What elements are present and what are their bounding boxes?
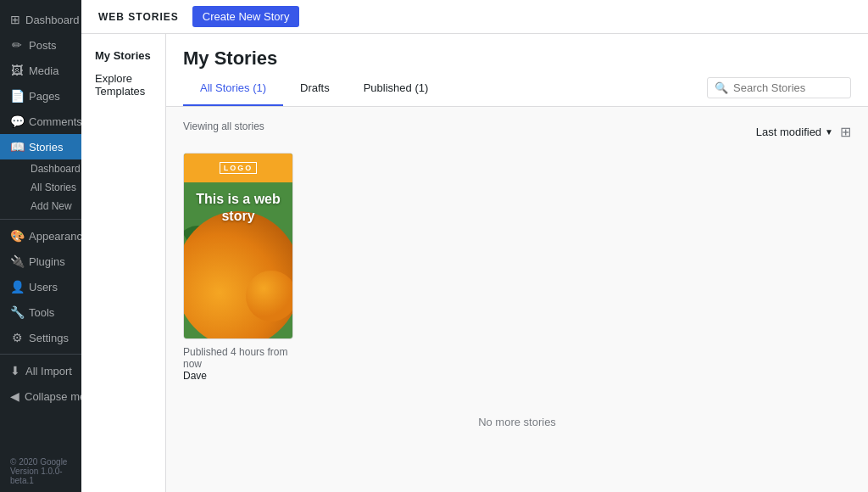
story-visual-header: LOGO <box>184 154 292 182</box>
sidebar-item-all-import[interactable]: ⬇ All Import <box>0 358 81 383</box>
story-author: Dave <box>183 370 293 382</box>
collapse-icon: ◀ <box>10 389 19 403</box>
left-panel: My Stories Explore Templates <box>81 34 166 492</box>
tab-bar: All Stories (1) Drafts Published (1) 🔍 <box>166 70 868 107</box>
settings-icon: ⚙ <box>10 331 24 344</box>
viewing-label: Viewing all stories <box>183 120 264 132</box>
left-panel-explore-templates[interactable]: Explore Templates <box>81 67 165 103</box>
content-area: My Stories Explore Templates My Stories … <box>81 34 868 492</box>
page-title: My Stories <box>183 48 851 70</box>
chevron-down-icon: ▼ <box>825 127 833 137</box>
story-meta: Published 4 hours from now Dave <box>183 346 293 382</box>
sidebar-item-tools[interactable]: 🔧 Tools <box>0 299 81 325</box>
stories-submenu-all[interactable]: All Stories <box>24 178 81 197</box>
stories-submenu: Dashboard All Stories Add New <box>0 159 81 215</box>
sidebar-item-plugins[interactable]: 🔌 Plugins <box>0 249 81 274</box>
users-icon: 👤 <box>10 280 24 294</box>
page-title-area: My Stories <box>166 34 868 70</box>
appearance-icon: 🎨 <box>10 229 24 243</box>
import-icon: ⬇ <box>10 364 20 377</box>
story-card[interactable]: LOGO This is a web story Published 4 hou… <box>183 153 293 382</box>
sidebar-footer: © 2020 Google Version 1.0.0-beta.1 <box>0 450 81 492</box>
main-area: WEB STORIES Create New Story My Stories … <box>81 0 868 492</box>
left-panel-my-stories[interactable]: My Stories <box>81 44 165 67</box>
collapse-menu-button[interactable]: ◀ Collapse menu <box>0 383 81 409</box>
stories-icon: 📖 <box>10 140 24 154</box>
tab-published[interactable]: Published (1) <box>347 71 446 106</box>
view-toggle-button[interactable]: ⊞ <box>840 124 851 140</box>
sidebar-item-users[interactable]: 👤 Users <box>0 274 81 299</box>
stories-submenu-dashboard[interactable]: Dashboard <box>24 159 81 178</box>
media-icon: 🖼 <box>10 64 24 77</box>
grid-view-icon: ⊞ <box>840 124 851 140</box>
tab-drafts[interactable]: Drafts <box>283 71 347 106</box>
topbar-title: WEB STORIES <box>98 11 179 23</box>
sidebar-item-media[interactable]: 🖼 Media <box>0 58 81 83</box>
story-thumbnail: LOGO This is a web story <box>183 153 293 339</box>
search-bar: 🔍 <box>707 77 851 98</box>
create-new-story-button[interactable]: Create New Story <box>192 6 300 27</box>
sidebar-item-comments[interactable]: 💬 Comments 3 <box>0 109 81 134</box>
plugins-icon: 🔌 <box>10 254 24 268</box>
story-status: Published 4 hours from now <box>183 346 293 370</box>
sidebar-item-dashboard[interactable]: ⊞ Dashboard <box>0 7 81 32</box>
right-panel: My Stories All Stories (1) Drafts Publis… <box>166 34 868 492</box>
story-visual-title: This is a web story <box>184 191 292 225</box>
sidebar-item-settings[interactable]: ⚙ Settings <box>0 325 81 350</box>
pages-icon: 📄 <box>10 89 24 103</box>
no-more-stories: No more stories <box>183 416 851 428</box>
sidebar-item-appearance[interactable]: 🎨 Appearance <box>0 223 81 249</box>
tab-all-stories[interactable]: All Stories (1) <box>183 71 283 106</box>
sidebar-item-pages[interactable]: 📄 Pages <box>0 83 81 109</box>
stories-grid: LOGO This is a web story Published 4 hou… <box>183 153 851 382</box>
posts-icon: ✏ <box>10 38 24 52</box>
tools-icon: 🔧 <box>10 305 24 319</box>
topbar: WEB STORIES Create New Story <box>81 0 868 34</box>
search-icon: 🔍 <box>715 81 728 94</box>
story-visual-orange2 <box>246 271 292 321</box>
sidebar-item-posts[interactable]: ✏ Posts <box>0 32 81 58</box>
stories-area: Viewing all stories Last modified ▼ ⊞ <box>166 107 868 492</box>
story-logo: LOGO <box>220 162 258 174</box>
comments-icon: 💬 <box>10 115 24 128</box>
dashboard-icon: ⊞ <box>10 13 20 26</box>
search-input[interactable] <box>733 81 843 94</box>
story-visual: LOGO This is a web story <box>184 154 292 338</box>
sidebar: ⊞ Dashboard ✏ Posts 🖼 Media 📄 Pages 💬 Co… <box>0 0 81 492</box>
sidebar-item-stories[interactable]: 📖 Stories <box>0 134 81 159</box>
stories-submenu-add-new[interactable]: Add New <box>24 197 81 215</box>
sort-button[interactable]: Last modified ▼ <box>756 126 833 138</box>
